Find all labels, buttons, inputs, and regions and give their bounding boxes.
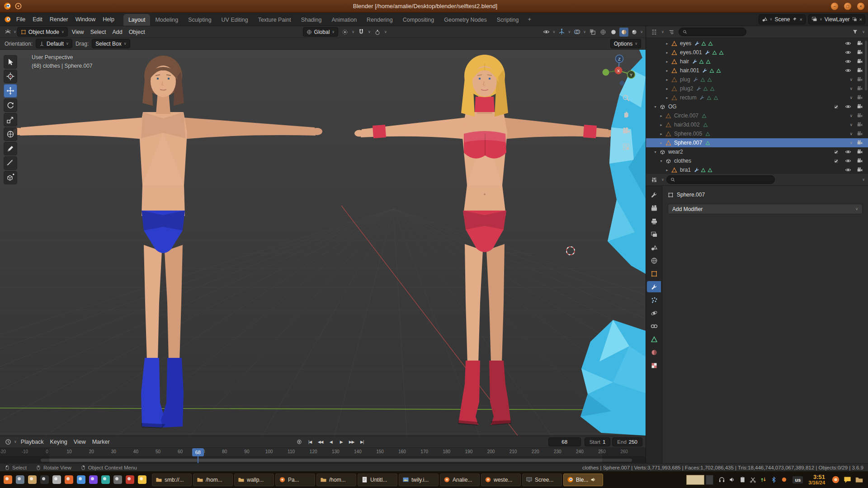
show-gizmo-icon[interactable] — [557, 27, 566, 37]
workspace-tab-rendering[interactable]: Rendering — [362, 14, 398, 26]
web-icon[interactable] — [830, 475, 840, 485]
collection-checkbox[interactable] — [832, 103, 840, 110]
hide-in-viewport-toggle[interactable] — [844, 166, 852, 174]
measure-tool-button[interactable] — [4, 156, 17, 170]
unlink-scene-icon[interactable]: × — [799, 17, 802, 22]
viewport-menu-add[interactable]: Add — [109, 28, 125, 36]
scene-selector[interactable]: ∨ Scene × — [759, 14, 806, 24]
timeline-track[interactable] — [0, 457, 646, 463]
play-button[interactable]: ▶ — [336, 437, 346, 446]
workspace-tab-geometry-nodes[interactable]: Geometry Nodes — [439, 14, 491, 26]
outliner-editor-icon[interactable] — [649, 27, 659, 37]
clipboard-tray-icon[interactable] — [739, 476, 746, 483]
hide-in-viewport-toggle[interactable] — [844, 40, 852, 47]
timeline-menu-view[interactable]: View — [71, 438, 89, 446]
workspace-tab-uv-editing[interactable]: UV Editing — [217, 14, 253, 26]
blender-menu-icon[interactable] — [3, 14, 13, 24]
selectability-toggle-icon[interactable]: ∨ — [849, 141, 853, 145]
desktop-launcher[interactable] — [14, 474, 26, 485]
next-keyframe-button[interactable]: ▶▶ — [347, 437, 357, 446]
play-reverse-button[interactable]: ◀ — [326, 437, 336, 446]
add-cube-tool-button[interactable] — [4, 171, 17, 184]
selectability-toggle-icon[interactable]: ∨ — [849, 95, 853, 100]
expand-toggle-icon[interactable]: ▸ — [658, 114, 665, 118]
collection-checkbox[interactable] — [832, 148, 840, 155]
bluetooth-tray-icon[interactable] — [770, 476, 777, 483]
hide-in-viewport-toggle[interactable] — [844, 157, 852, 164]
outliner-row-clothes[interactable]: ▾clothes — [646, 156, 868, 165]
disable-in-renders-toggle[interactable] — [856, 112, 863, 119]
add-workspace-button[interactable]: + — [524, 14, 535, 24]
expand-toggle-icon[interactable]: ▸ — [664, 69, 670, 73]
taskbar-window-smb[interactable]: smb://... — [152, 474, 192, 486]
disable-in-renders-toggle[interactable] — [856, 157, 863, 164]
headphones-tray-icon[interactable] — [718, 476, 725, 483]
toggle-perspective-grid-icon[interactable] — [620, 141, 632, 153]
expand-toggle-icon[interactable]: ▸ — [664, 78, 670, 82]
workspace-tab-sculpting[interactable]: Sculpting — [183, 14, 216, 26]
outliner-row-plug2[interactable]: ▸plug2∨ — [646, 84, 868, 93]
shading-rendered-icon[interactable] — [630, 28, 639, 37]
applications-menu-launcher[interactable] — [2, 474, 14, 485]
timeline-menu-keying[interactable]: Keying — [47, 438, 71, 446]
disable-in-renders-toggle[interactable] — [856, 121, 863, 128]
screenshot-launcher[interactable] — [137, 474, 148, 485]
display-mode-icon[interactable] — [666, 27, 676, 37]
disable-in-renders-toggle[interactable] — [856, 130, 863, 137]
disable-in-renders-toggle[interactable] — [856, 49, 863, 56]
outliner-row-eyes-001[interactable]: ▸eyes.001 — [646, 48, 868, 57]
disable-in-renders-toggle[interactable] — [856, 148, 863, 155]
snap-magnet-icon[interactable] — [356, 27, 366, 37]
workspace-pager-2[interactable] — [706, 475, 713, 485]
outliner-search-input[interactable] — [689, 29, 742, 35]
expand-toggle-icon[interactable]: ▾ — [652, 150, 659, 154]
zoom-icon[interactable] — [620, 92, 632, 104]
outliner-row-hair3d-002[interactable]: ▸hair3d.002∨ — [646, 120, 868, 129]
menu-edit[interactable]: Edit — [29, 15, 46, 24]
disable-in-renders-toggle[interactable] — [856, 58, 863, 65]
expand-toggle-icon[interactable]: ▾ — [658, 159, 665, 163]
viewlayer-selector[interactable]: ∨ ViewLayer × — [808, 14, 865, 24]
outliner-row-wear2[interactable]: ▾wear2 — [646, 147, 868, 156]
expand-toggle-icon[interactable]: ▸ — [664, 60, 670, 64]
outliner-row-sphere-005[interactable]: ▸Sphere.005∨ — [646, 129, 868, 138]
camera-view-icon[interactable] — [620, 125, 632, 136]
media-player-launcher[interactable] — [88, 474, 99, 485]
window-titlebar[interactable]: Blender [/home/amalie/Desktop/blender/se… — [0, 0, 868, 13]
proportional-editing-icon[interactable] — [373, 27, 382, 37]
outliner-row-hair-001[interactable]: ▸hair.001 — [646, 66, 868, 75]
pan-hand-icon[interactable] — [620, 108, 632, 120]
taskbar-window-weste[interactable]: weste... — [481, 474, 521, 486]
workspace-pager[interactable] — [686, 475, 704, 485]
properties-tab-constraints[interactable] — [647, 320, 661, 332]
pivot-point-icon[interactable] — [340, 27, 350, 37]
jump-to-end-button[interactable]: ▶| — [357, 437, 367, 446]
properties-tab-material[interactable] — [647, 347, 661, 358]
taskbar-window-ble[interactable]: Ble... — [563, 474, 603, 486]
expand-toggle-icon[interactable]: ▸ — [664, 42, 670, 46]
copy-icon[interactable] — [852, 17, 857, 22]
taskbar-window-pa[interactable]: Pa... — [275, 474, 315, 486]
network-tray-icon[interactable] — [760, 476, 767, 483]
notifications-tray-icon[interactable] — [781, 476, 788, 483]
taskbar-window-hom[interactable]: /hom... — [316, 474, 356, 486]
taskbar-window-analie[interactable]: Analie... — [440, 474, 480, 486]
expand-toggle-icon[interactable]: ▸ — [658, 141, 665, 145]
workspace-tab-modeling[interactable]: Modeling — [150, 14, 183, 26]
window-minimize-button[interactable]: – — [831, 3, 838, 10]
properties-tab-world[interactable] — [647, 255, 661, 266]
show-overlays-icon[interactable] — [572, 27, 582, 37]
gizmo-y-negative-axis[interactable] — [603, 69, 609, 76]
frame-start-field[interactable]: Start 1 — [585, 437, 611, 446]
timeline-scrollbar[interactable] — [41, 459, 632, 462]
workspace-tab-compositing[interactable]: Compositing — [398, 14, 439, 26]
annotate-tool-button[interactable] — [4, 142, 17, 155]
properties-tab-physics[interactable] — [647, 307, 661, 319]
hide-in-viewport-toggle[interactable] — [844, 67, 852, 74]
gizmo-z-negative-axis[interactable] — [620, 81, 625, 86]
shading-material-icon[interactable] — [619, 28, 628, 37]
rotate-tool-button[interactable] — [4, 99, 17, 112]
drag-setting-dropdown[interactable]: Select Box ∨ — [92, 39, 130, 48]
outliner-row-bra1[interactable]: ▸bra1 — [646, 165, 868, 174]
outliner-row-circle-007[interactable]: ▸Circle.007∨ — [646, 111, 868, 120]
